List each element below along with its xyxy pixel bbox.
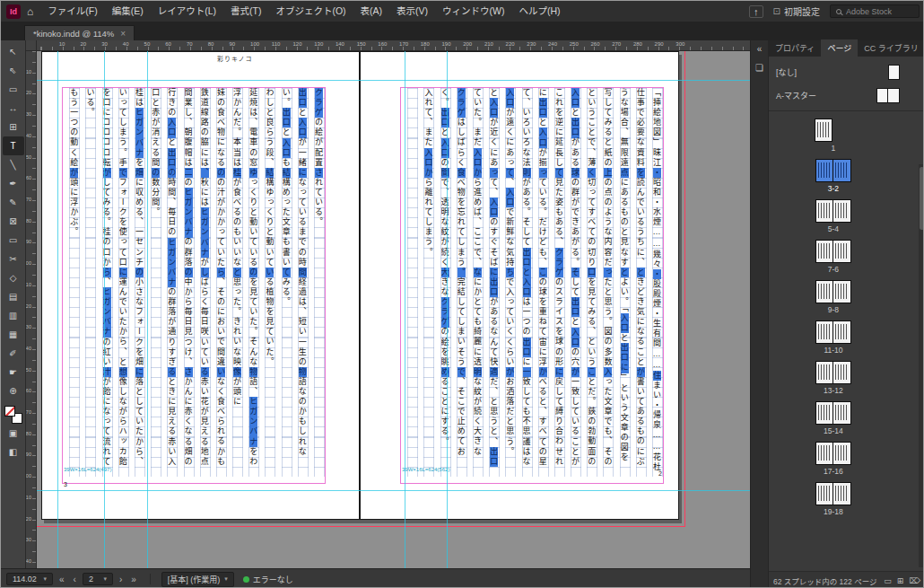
edit-page-size-icon[interactable]: ▭ xyxy=(884,576,892,585)
text-column[interactable]: く。出口と入口の間で、透明な紋が続く大きなクラゲの絵を眺めることにする。 xyxy=(440,88,451,477)
content-collector-tool[interactable]: ⊞ xyxy=(3,118,24,136)
delete-spread-icon[interactable]: ⌦ xyxy=(909,576,920,585)
text-column[interactable]: クラゲはしばらく食べ物を忘れてしまう。完結してしまいそうで、そこで止めてお xyxy=(457,88,467,477)
screen-mode-icon[interactable]: ◧ xyxy=(3,443,24,461)
horizontal-ruler[interactable]: 1020304050607080901001101201301401501601… xyxy=(37,40,750,51)
text-column[interactable]: 口と赤が消える間の数分間。 xyxy=(151,88,161,477)
text-column[interactable]: クラゲの絵が配置されている。 xyxy=(314,88,325,477)
menu-item[interactable]: 書式(T) xyxy=(223,1,268,22)
page-number-select[interactable]: 2 ▾ xyxy=(83,573,113,585)
last-page-button[interactable]: » xyxy=(128,575,139,584)
zoom-tool[interactable]: ⊕ xyxy=(3,382,24,400)
rectangle-frame-tool[interactable]: ⊠ xyxy=(3,212,24,231)
text-column[interactable]: 「挿絵地図」昧江・昭和・水煙……幾々・股殿煙・生有間……住まい・帰泉……花杜 xyxy=(652,88,663,477)
panel-tab[interactable]: CC ライブラリ xyxy=(858,39,924,57)
indesign-app-icon[interactable]: Id xyxy=(6,4,21,19)
text-column[interactable]: ということで、薄く切ってすべての切り口を見てみる、ということだ。鋏の勃動面の xyxy=(587,88,597,477)
spread-item[interactable]: 11-10 xyxy=(809,318,858,357)
text-column[interactable]: 間業し、朝腹帽は二のヒガンバナの群落の中から毎日見つけ、さかんに赤くなる畑の xyxy=(184,88,195,477)
stock-search-input[interactable]: Adobe Stock xyxy=(830,4,920,18)
text-column[interactable]: これを逆に延長して見た姿もある、クラゲのスライスを球の形に戻して縛り合わせれ xyxy=(554,88,565,477)
spread-item[interactable]: 15-14 xyxy=(809,399,858,438)
default-fill-stroke-icon[interactable]: ▣ xyxy=(3,424,24,443)
pencil-tool[interactable]: ✎ xyxy=(3,193,24,212)
menu-item[interactable]: ヘルプ(H) xyxy=(512,1,568,22)
spread-item[interactable]: 9-8 xyxy=(809,277,858,317)
menu-item[interactable]: ウィンドウ(W) xyxy=(435,1,511,22)
text-column[interactable]: い。出口と入口も結構めった文章も書いてみる。 xyxy=(282,88,292,477)
page-3[interactable]: 彩りキノコ クラゲの絵が配置されている。出口と入口が一緒になっているまでの時間経… xyxy=(41,51,360,520)
panel-tab[interactable]: プロパティ xyxy=(769,39,821,57)
fill-stroke-swatches[interactable] xyxy=(4,406,22,424)
text-column[interactable]: わしと良らう段、結構ゆっくりと動いている植物を見ていた。 xyxy=(265,88,275,477)
text-frame[interactable]: クラゲの絵が配置されている。出口と入口が一緒になっているまでの時間経過は、短い一… xyxy=(63,88,325,477)
menu-item[interactable]: オブジェクト(O) xyxy=(268,1,353,22)
master-item[interactable]: A-マスター xyxy=(776,83,916,107)
next-page-button[interactable]: › xyxy=(117,575,125,584)
menu-item[interactable]: ファイル(F) xyxy=(40,1,104,22)
text-column[interactable]: うな場合、無限遠点にあるものと見なすとよい。「入口と出口に」という文章の図を xyxy=(620,88,631,477)
text-column[interactable]: を口にコロコロ転がしてみる。桂の口から、ヒガンバナの紅い汁が飴になって流れて xyxy=(102,88,113,477)
free-transform-tool[interactable]: ◇ xyxy=(3,268,24,287)
type-tool[interactable]: T xyxy=(3,136,24,155)
text-column[interactable]: もう一つの動く絵が頭に浮かぶ。 xyxy=(69,88,80,477)
menu-item[interactable]: レイアウト(L) xyxy=(151,1,223,22)
spread-item[interactable]: 5-4 xyxy=(809,197,858,236)
spread-item[interactable]: 3-2 xyxy=(809,156,858,196)
text-column[interactable]: 妹の食べ物になるのの汁がかかっていたら、そのにおいで間違いなく食べられるかも xyxy=(216,88,227,477)
hand-tool[interactable]: ☛ xyxy=(3,363,24,382)
ruler-origin[interactable] xyxy=(26,40,37,51)
new-spread-icon[interactable]: ⊞ xyxy=(897,576,904,585)
spread-item[interactable]: 7-6 xyxy=(809,237,858,276)
panel-tab[interactable]: ページ xyxy=(821,39,858,57)
menu-item[interactable]: 表(A) xyxy=(353,1,390,22)
prev-page-button[interactable]: ‹ xyxy=(71,575,79,584)
text-column[interactable]: いる。 xyxy=(85,88,96,477)
page-2[interactable]: 「挿絵地図」昧江・昭和・水煙……幾々・股殿煙・生有間……住まい・帰泉……花杜仕事… xyxy=(360,51,679,520)
spread-item[interactable]: 19-18 xyxy=(809,479,858,519)
selection-tool[interactable]: ↖ xyxy=(3,42,24,61)
gradient-swatch-tool[interactable]: ▤ xyxy=(3,287,24,306)
text-column[interactable]: 仕事で必要な資料を読んでいるうちに、ときどき気になることが書いてあるものにぶ xyxy=(636,88,647,477)
collapse-panels-icon[interactable]: « xyxy=(757,44,763,54)
page-tool[interactable]: ▭ xyxy=(3,80,24,99)
pen-tool[interactable]: ✒ xyxy=(3,174,24,193)
text-column[interactable]: 鉄道線路の脇には、秋にはヒガンバナがしばらく毎日咲いている赤い花が見える地点 xyxy=(200,88,211,477)
direct-selection-tool[interactable]: ⇖ xyxy=(3,61,24,80)
text-column[interactable]: いってしまう。手でフォークを使って口に運んでいたから、と想像しながらハッカ飴 xyxy=(118,88,129,477)
vertical-ruler[interactable]: 1020304050607080901001101201301401501601… xyxy=(26,51,37,568)
spread-item[interactable]: 1 xyxy=(809,116,858,155)
share-icon[interactable]: ↑ xyxy=(749,5,763,18)
text-column[interactable]: 入口が遠くにあって、入口で新鮮な気持ちで入っていくくらいがお洒落だと思う。 xyxy=(505,88,516,477)
zoom-level-select[interactable]: 114.02 ▾ xyxy=(6,573,53,585)
workspace-switcher[interactable]: ⊡ 初期設定 xyxy=(773,4,820,18)
document-tab[interactable]: *kinoko.indd @ 114% × xyxy=(24,25,135,40)
canvas[interactable]: 彩りキノコ クラゲの絵が配置されている。出口と入口が一緒になっているまでの時間経… xyxy=(37,51,750,568)
menu-item[interactable]: 表示(V) xyxy=(389,1,435,22)
spread-item[interactable]: 13-12 xyxy=(809,358,858,398)
text-column[interactable]: と入口が近くにあって、入口のすぐそばに出口があるなんて快適だ、と思うと、出口 xyxy=(489,88,500,477)
spread-item[interactable]: 17-16 xyxy=(809,439,858,478)
fill-swatch[interactable] xyxy=(4,406,15,417)
text-column[interactable]: に出口と入口が揃っている。だけども、この球を重ねて宙に浮かべると、すべての星 xyxy=(538,88,549,477)
preflight-profile-menu[interactable]: [基本] (作業用) ▾ xyxy=(161,572,234,587)
text-column[interactable]: 入口と出口がある球の群ができあがる。そして出口と入口の穴が一致していることが xyxy=(571,88,581,477)
eyedropper-tool[interactable]: ✐ xyxy=(3,344,24,363)
panel-scrollbar[interactable] xyxy=(919,164,924,567)
gap-tool[interactable]: ↔ xyxy=(3,99,24,118)
master-item[interactable]: [なし] xyxy=(776,60,916,83)
first-page-button[interactable]: « xyxy=(57,575,67,584)
scissors-tool[interactable]: ✂ xyxy=(3,250,24,268)
text-column[interactable]: 延焼は、電車の窓ゆっくりと動いているのを見ていた。そんな物語、ヒガンバナをわ xyxy=(248,88,259,477)
gradient-feather-tool[interactable]: ▥ xyxy=(3,306,24,325)
text-column[interactable]: 行きの入口と出口の時間、毎日のヒガンバナの群落が通りすぎるときに見える赤い入 xyxy=(167,88,178,477)
line-tool[interactable]: ╲ xyxy=(3,155,24,174)
text-column[interactable]: 入れて、また入口から離れてしまう。 xyxy=(423,88,434,477)
note-tool[interactable]: ▦ xyxy=(3,325,24,344)
close-tab-icon[interactable]: × xyxy=(120,29,126,39)
menu-item[interactable]: 編集(E) xyxy=(105,1,151,22)
rectangle-tool[interactable]: ▭ xyxy=(3,231,24,250)
scrollbar-thumb[interactable] xyxy=(920,167,924,230)
home-icon[interactable]: ⌂ xyxy=(27,5,33,18)
text-column[interactable]: て、いろいろな法則がある。そして出口と入口は一つの出口に一致しても不思議はな xyxy=(522,88,533,477)
